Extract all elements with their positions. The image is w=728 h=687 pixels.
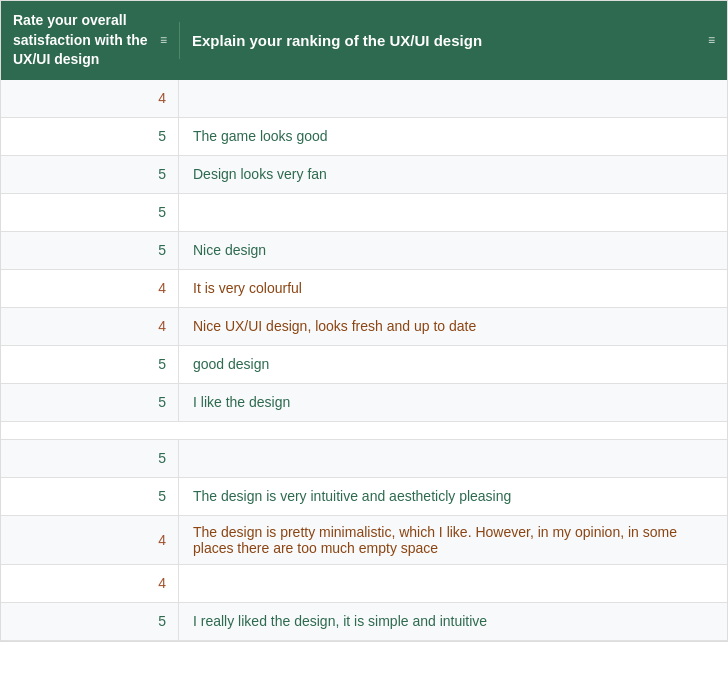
table-row: 5good design: [1, 346, 727, 384]
survey-table: Rate your overall satisfaction with the …: [0, 0, 728, 642]
rating-cell: 4: [1, 565, 179, 602]
rating-cell: 4: [1, 308, 179, 345]
rating-value: 5: [158, 204, 166, 220]
filter-icon-col1[interactable]: ≡: [160, 32, 167, 49]
rating-value: 4: [158, 575, 166, 591]
response-cell: The design is pretty minimalistic, which…: [179, 516, 727, 564]
table-row: 5The design is very intuitive and aesthe…: [1, 478, 727, 516]
rating-cell: 5: [1, 118, 179, 155]
table-row: 5I really liked the design, it is simple…: [1, 603, 727, 641]
response-text: good design: [193, 356, 269, 372]
rating-cell: 5: [1, 346, 179, 383]
rating-value: 5: [158, 488, 166, 504]
header-col1-label: Rate your overall satisfaction with the …: [13, 11, 160, 70]
rating-cell: 4: [1, 80, 179, 117]
rating-value: 4: [158, 318, 166, 334]
table-row: 5Design looks very fan: [1, 156, 727, 194]
filter-icon-col2[interactable]: ≡: [708, 33, 715, 47]
table-row: 4Nice UX/UI design, looks fresh and up t…: [1, 308, 727, 346]
rating-value: 5: [158, 356, 166, 372]
rating-cell: 5: [1, 384, 179, 421]
table-row: 4It is very colourful: [1, 270, 727, 308]
response-cell: [179, 194, 727, 231]
response-cell: good design: [179, 346, 727, 383]
rating-value: 5: [158, 450, 166, 466]
response-text: Nice UX/UI design, looks fresh and up to…: [193, 318, 476, 334]
response-cell: Design looks very fan: [179, 156, 727, 193]
table-row: 5Nice design: [1, 232, 727, 270]
table-row: 5: [1, 440, 727, 478]
table-header: Rate your overall satisfaction with the …: [1, 1, 727, 80]
table-row: 4The design is pretty minimalistic, whic…: [1, 516, 727, 565]
response-text: The game looks good: [193, 128, 328, 144]
response-cell: [179, 565, 727, 602]
rating-cell: 5: [1, 603, 179, 640]
rating-value: 5: [158, 166, 166, 182]
response-cell: Nice design: [179, 232, 727, 269]
response-text: It is very colourful: [193, 280, 302, 296]
response-cell: [179, 80, 727, 117]
rating-cell: 5: [1, 478, 179, 515]
response-text: Design looks very fan: [193, 166, 327, 182]
response-cell: The game looks good: [179, 118, 727, 155]
table-row: 4: [1, 80, 727, 118]
table-row: 5I like the design: [1, 384, 727, 422]
response-cell: I really liked the design, it is simple …: [179, 603, 727, 640]
rating-cell: 5: [1, 156, 179, 193]
response-cell: I like the design: [179, 384, 727, 421]
rating-cell: 4: [1, 270, 179, 307]
table-row: 5: [1, 194, 727, 232]
table-body: 45The game looks good5Design looks very …: [1, 80, 727, 641]
rating-value: 4: [158, 532, 166, 548]
rating-cell: 4: [1, 516, 179, 564]
rating-value: 5: [158, 242, 166, 258]
response-text: I like the design: [193, 394, 290, 410]
response-text: I really liked the design, it is simple …: [193, 613, 487, 629]
rating-value: 5: [158, 128, 166, 144]
response-text: The design is pretty minimalistic, which…: [193, 524, 713, 556]
header-col2-label: Explain your ranking of the UX/UI design: [192, 32, 482, 49]
response-cell: Nice UX/UI design, looks fresh and up to…: [179, 308, 727, 345]
spacer-row: [1, 422, 727, 440]
response-cell: The design is very intuitive and aesthet…: [179, 478, 727, 515]
rating-value: 5: [158, 394, 166, 410]
table-row: 5The game looks good: [1, 118, 727, 156]
rating-cell: 5: [1, 440, 179, 477]
header-col1: Rate your overall satisfaction with the …: [1, 1, 179, 80]
response-cell: [179, 440, 727, 477]
table-row: 4: [1, 565, 727, 603]
response-text: Nice design: [193, 242, 266, 258]
response-cell: It is very colourful: [179, 270, 727, 307]
rating-cell: 5: [1, 194, 179, 231]
response-text: The design is very intuitive and aesthet…: [193, 488, 511, 504]
rating-value: 4: [158, 90, 166, 106]
header-col2: Explain your ranking of the UX/UI design…: [179, 22, 727, 59]
rating-value: 5: [158, 613, 166, 629]
rating-value: 4: [158, 280, 166, 296]
rating-cell: 5: [1, 232, 179, 269]
